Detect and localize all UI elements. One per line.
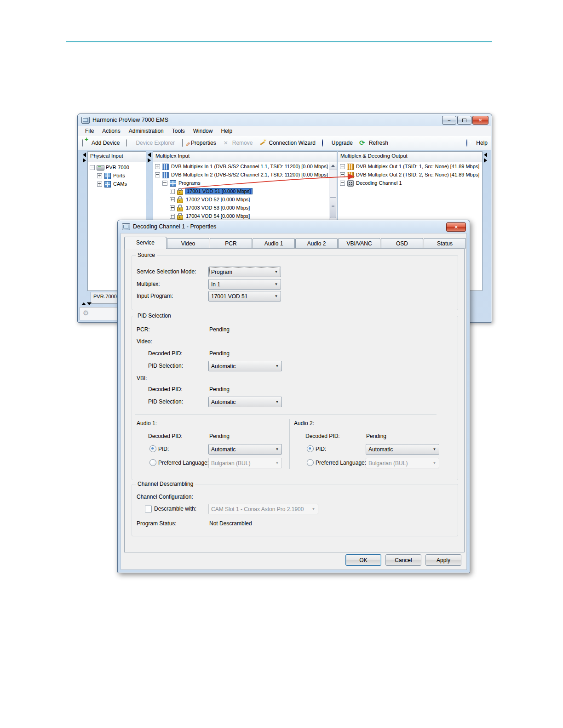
audio2-pid-radio[interactable] xyxy=(307,445,314,452)
program-status-label: Program Status: xyxy=(137,520,177,527)
program-lock-icon xyxy=(177,215,183,220)
help-icon xyxy=(466,139,467,147)
tab-osd[interactable]: OSD xyxy=(381,238,423,249)
upgrade-button[interactable]: Upgrade xyxy=(322,140,353,147)
cancel-button[interactable]: Cancel xyxy=(385,554,421,566)
maximize-button[interactable] xyxy=(457,116,471,125)
input-program-select[interactable]: 17001 VOD 51▼ xyxy=(208,291,281,301)
apply-button[interactable]: Apply xyxy=(425,554,461,566)
multiplex-input-header: Multiplex Input xyxy=(153,152,337,162)
tab-vbi-vanc[interactable]: VBI/VANC xyxy=(338,238,380,249)
expand-expander-icon[interactable] xyxy=(170,197,175,202)
pid-selection-legend: PID Selection xyxy=(136,313,173,319)
audio1-pid-radio[interactable] xyxy=(149,445,156,452)
ok-button[interactable]: OK xyxy=(345,554,381,566)
tab-audio-1[interactable]: Audio 1 xyxy=(253,238,295,249)
settings-box[interactable] xyxy=(80,307,117,320)
audio2-language-radio[interactable] xyxy=(307,459,314,466)
expand-expander-icon[interactable] xyxy=(170,205,175,210)
collapse-left-icon xyxy=(83,153,86,157)
close-button[interactable]: ✕ xyxy=(472,116,488,125)
device-explorer-button[interactable]: Device Explorer xyxy=(126,140,175,147)
status-spinner[interactable] xyxy=(81,302,92,305)
toolbar: Add Device Device Explorer Properties Re… xyxy=(78,136,491,150)
video-decoded-pid-label: Decoded PID: xyxy=(148,350,183,357)
device-explorer-icon xyxy=(126,139,127,147)
menu-tools[interactable]: Tools xyxy=(168,126,189,136)
dialog-title: Decoding Channel 1 - Properties xyxy=(133,223,216,230)
menu-file[interactable]: File xyxy=(81,126,98,136)
audio2-language-select[interactable]: Bulgarian (BUL)▼ xyxy=(366,458,439,468)
vbi-decoded-pid-value: Pending xyxy=(209,386,230,392)
chevron-down-icon: ▼ xyxy=(274,364,281,368)
menu-window[interactable]: Window xyxy=(189,126,217,136)
connection-wizard-button[interactable]: Connection Wizard xyxy=(259,140,315,147)
tab-pcr[interactable]: PCR xyxy=(210,238,252,249)
vbi-pid-selection-select[interactable]: Automatic▼ xyxy=(208,397,282,407)
tab-video[interactable]: Video xyxy=(167,238,209,249)
audio2-decoded-pid-label: Decoded PID: xyxy=(305,433,340,439)
multiplex-select[interactable]: In 1▼ xyxy=(208,279,281,290)
panel-collapse-handle[interactable] xyxy=(483,151,488,290)
vbi-pid-selection-label: PID Selection: xyxy=(148,398,183,405)
menu-actions[interactable]: Actions xyxy=(98,126,124,136)
audio2-pid-select[interactable]: Automatic▼ xyxy=(366,444,439,455)
collapse-expander-icon[interactable] xyxy=(90,165,95,170)
minimize-button[interactable]: – xyxy=(442,116,456,125)
help-button[interactable]: Help xyxy=(466,140,488,147)
expand-expander-icon[interactable] xyxy=(97,182,102,187)
audio1-pid-label: PID: xyxy=(158,446,169,452)
document-page: Harmonic ProView 7000 EMS – ✕ File Actio… xyxy=(0,0,563,728)
remove-button[interactable]: Remove xyxy=(223,140,253,147)
tree-item-cams[interactable]: CAMs xyxy=(88,180,146,188)
window-titlebar[interactable]: Harmonic ProView 7000 EMS – ✕ xyxy=(78,114,492,126)
audio1-decoded-pid-label: Decoded PID: xyxy=(148,433,183,439)
expand-expander-icon[interactable] xyxy=(170,214,175,219)
tab-audio-2[interactable]: Audio 2 xyxy=(295,238,338,249)
properties-button[interactable]: Properties xyxy=(181,140,216,147)
app-icon xyxy=(81,117,90,124)
audio1-language-radio[interactable] xyxy=(149,459,156,466)
audio2-pid-label: PID: xyxy=(316,446,326,452)
audio2-title: Audio 2: xyxy=(294,420,314,427)
audio1-pid-select[interactable]: Automatic▼ xyxy=(208,444,282,455)
service-selection-mode-label: Service Selection Mode: xyxy=(137,268,196,275)
menu-help[interactable]: Help xyxy=(217,126,236,136)
tree-item-program-17004[interactable]: 17004 VOD 54 [0.000 Mbps] xyxy=(153,212,337,220)
dialog-close-button[interactable]: ✕ xyxy=(446,222,466,232)
tree-item-program-17002[interactable]: 17002 VOD 52 [0.000 Mbps] xyxy=(153,195,337,204)
video-pid-selection-select[interactable]: Automatic▼ xyxy=(208,361,282,371)
chevron-down-icon: ▼ xyxy=(310,507,317,511)
audio1-language-label: Preferred Language: xyxy=(158,460,209,466)
program-status-value: Not Descrambled xyxy=(209,520,252,527)
tree-item-pvr7000[interactable]: PVR-7000 xyxy=(88,163,146,171)
pid-selection-group: PID Selection PCR: Pending Video: Decode… xyxy=(132,316,458,480)
menu-bar: File Actions Administration Tools Window… xyxy=(78,126,491,136)
service-selection-mode-select[interactable]: Program▼ xyxy=(208,267,281,277)
service-tab-page: Source Service Selection Mode: Program▼ … xyxy=(124,248,465,552)
tree-item-program-17003[interactable]: 17003 VOD 53 [0.000 Mbps] xyxy=(153,204,337,212)
vbi-decoded-pid-label: Decoded PID: xyxy=(148,386,183,392)
collapse-right-icon xyxy=(484,158,487,163)
dialog-body: Service Video PCR Audio 1 Audio 2 VBI/VA… xyxy=(121,233,467,570)
tree-item-ports[interactable]: Ports xyxy=(88,171,146,180)
scrollbar-thumb[interactable] xyxy=(330,197,336,218)
tab-service[interactable]: Service xyxy=(124,237,167,249)
descramble-checkbox[interactable] xyxy=(145,506,152,512)
video-pid-selection-label: PID Selection: xyxy=(148,363,183,369)
remove-icon xyxy=(223,140,230,147)
audio1-language-select[interactable]: Bulgarian (BUL)▼ xyxy=(208,458,282,468)
channel-configuration-label: Channel Configuration: xyxy=(137,494,193,500)
tab-status[interactable]: Status xyxy=(424,238,466,249)
panel-collapse-handle[interactable] xyxy=(81,151,87,290)
input-program-label: Input Program: xyxy=(137,293,173,299)
menu-administration[interactable]: Administration xyxy=(125,126,168,136)
cam-slot-select[interactable]: CAM Slot 1 - Conax Aston Pro 2.1900▼ xyxy=(208,504,318,514)
refresh-button[interactable]: Refresh xyxy=(359,140,388,147)
physical-input-header: Physical Input xyxy=(88,152,146,162)
expand-expander-icon[interactable] xyxy=(97,173,102,178)
add-device-button[interactable]: Add Device xyxy=(82,140,120,147)
dialog-buttons: OK Cancel Apply xyxy=(345,554,461,566)
dialog-titlebar[interactable]: Decoding Channel 1 - Properties xyxy=(118,220,470,233)
window-title: Harmonic ProView 7000 EMS xyxy=(92,117,168,123)
